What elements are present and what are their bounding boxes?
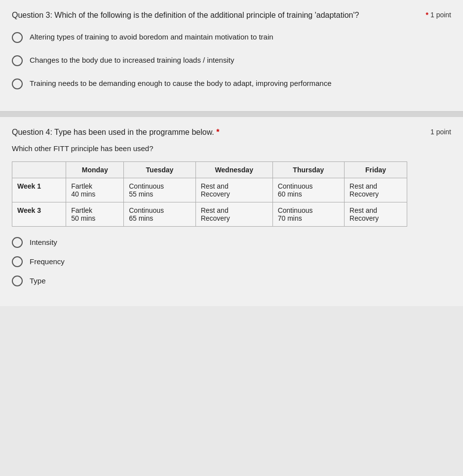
question4-title-text: Question 4: Type has been used in the pr…: [12, 128, 214, 136]
week3-label: Week 3: [12, 202, 66, 226]
q3-opt1-text: Altering types of training to avoid bore…: [30, 32, 273, 42]
col-friday: Friday: [345, 161, 407, 178]
points-label-q3: 1 point: [430, 11, 451, 19]
radio-q4-opt1[interactable]: [12, 237, 23, 248]
question4-option-3[interactable]: Type: [12, 275, 451, 286]
question4-sub: Which other FITT principle has been used…: [12, 144, 451, 153]
schedule-table: Monday Tuesday Wednesday Thursday Friday…: [12, 161, 407, 227]
q4-opt3-text: Type: [30, 276, 46, 286]
question3-points: * 1 point: [426, 10, 451, 19]
question4-option-1[interactable]: Intensity: [12, 237, 451, 248]
question3-section: Question 3: Which of the following is th…: [0, 0, 463, 112]
radio-q4-opt2[interactable]: [12, 256, 23, 267]
section-divider: [0, 112, 463, 117]
question3-title: Question 3: Which of the following is th…: [12, 10, 426, 21]
col-thursday: Thursday: [272, 161, 344, 178]
required-star-q4: *: [216, 128, 219, 136]
question4-title: Question 4: Type has been used in the pr…: [12, 127, 430, 138]
q3-opt3-text: Training needs to be demanding enough to…: [30, 78, 332, 88]
table-header-row: Monday Tuesday Wednesday Thursday Friday: [12, 161, 407, 178]
table-corner: [12, 161, 66, 178]
week3-monday: Fartlek50 mins: [66, 202, 124, 226]
week1-wednesday: Rest andRecovery: [195, 178, 272, 202]
col-monday: Monday: [66, 161, 124, 178]
question4-points: 1 point: [430, 127, 451, 136]
question3-option-2[interactable]: Changes to the body due to increased tra…: [12, 53, 451, 68]
q3-opt2-text: Changes to the body due to increased tra…: [30, 55, 234, 65]
radio-q4-opt3[interactable]: [12, 276, 23, 286]
question4-option-2[interactable]: Frequency: [12, 256, 451, 267]
q4-opt1-text: Intensity: [30, 237, 57, 247]
question3-option-1[interactable]: Altering types of training to avoid bore…: [12, 30, 451, 45]
radio-q3-opt2[interactable]: [12, 55, 23, 66]
table-row-week1: Week 1 Fartlek40 mins Continuous55 mins …: [12, 178, 407, 202]
week3-thursday: Continuous70 mins: [272, 202, 344, 226]
week1-label: Week 1: [12, 178, 66, 202]
col-tuesday: Tuesday: [124, 161, 195, 178]
week3-tuesday: Continuous65 mins: [124, 202, 195, 226]
q4-opt2-text: Frequency: [30, 256, 65, 267]
question4-header: Question 4: Type has been used in the pr…: [12, 127, 451, 138]
week1-thursday: Continuous60 mins: [272, 178, 344, 202]
question3-header: Question 3: Which of the following is th…: [12, 10, 451, 21]
col-wednesday: Wednesday: [195, 161, 272, 178]
table-row-week3: Week 3 Fartlek50 mins Continuous65 mins …: [12, 202, 407, 226]
question4-options: Intensity Frequency Type: [12, 237, 451, 286]
week3-friday: Rest andRecovery: [345, 202, 407, 226]
radio-q3-opt1[interactable]: [12, 32, 23, 43]
week1-monday: Fartlek40 mins: [66, 178, 124, 202]
question3-title-text: Question 3: Which of the following is th…: [12, 11, 359, 19]
week3-wednesday: Rest andRecovery: [195, 202, 272, 226]
week1-tuesday: Continuous55 mins: [124, 178, 195, 202]
required-star-q3: *: [426, 11, 428, 19]
question3-option-3[interactable]: Training needs to be demanding enough to…: [12, 76, 451, 91]
question3-options: Altering types of training to avoid bore…: [12, 30, 451, 91]
points-label-q4: 1 point: [430, 128, 451, 136]
question4-section: Question 4: Type has been used in the pr…: [0, 117, 463, 306]
week1-friday: Rest andRecovery: [345, 178, 407, 202]
radio-q3-opt3[interactable]: [12, 79, 23, 89]
